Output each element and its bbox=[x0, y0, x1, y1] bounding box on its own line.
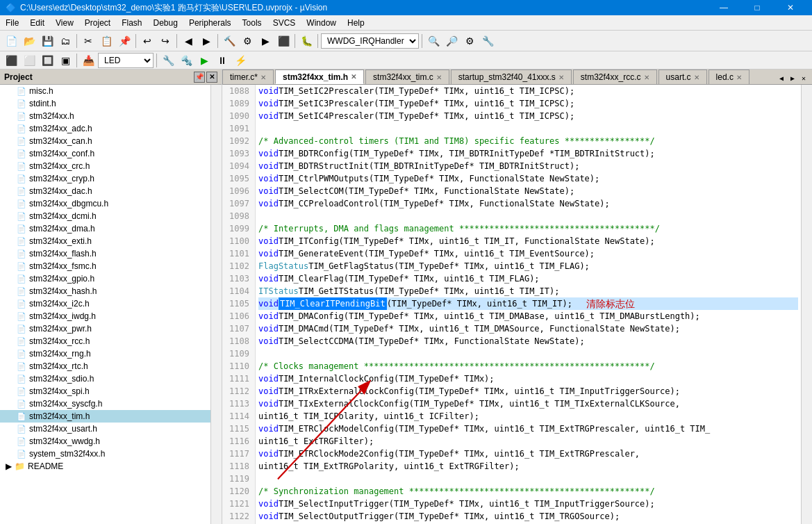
menu-debug[interactable]: Debug bbox=[148, 15, 183, 30]
tab-close-startup[interactable]: ✕ bbox=[558, 74, 564, 81]
tab-rcc[interactable]: stm32f4xx_rcc.c ✕ bbox=[573, 69, 657, 84]
code-line[interactable]: void TIM_SelectOutputTrigger(TIM_TypeDef… bbox=[258, 510, 798, 523]
project-scrollbar[interactable] bbox=[210, 85, 222, 524]
project-file-item[interactable]: 📄system_stm32f4xx.h bbox=[0, 448, 210, 460]
function-dropdown[interactable]: WWDG_IRQHandler bbox=[321, 33, 419, 49]
tab-stm32f4xx-tim-c[interactable]: stm32f4xx_tim.c ✕ bbox=[365, 69, 449, 84]
code-line[interactable]: void TIM_CtrlPWMOutputs(TIM_TypeDef* TIM… bbox=[258, 172, 798, 185]
code-line[interactable]: uint16_t TIM_ExtTRGPolarity, uint16_t Ex… bbox=[258, 460, 798, 473]
code-line[interactable]: void TIM_ETRClockModelConfig(TIM_TypeDef… bbox=[258, 423, 798, 435]
project-file-item[interactable]: 📄stm32f4xx.h bbox=[0, 110, 210, 122]
find-in-files-btn[interactable]: 🔎 bbox=[443, 33, 460, 49]
tool2-btn[interactable]: 🔧 bbox=[479, 33, 496, 49]
code-line[interactable]: void TIM_SetIC4Prescaler(TIM_TypeDef* TI… bbox=[258, 110, 798, 122]
tb2-btn3[interactable]: 🔲 bbox=[39, 52, 56, 69]
menu-window[interactable]: Window bbox=[301, 15, 342, 30]
menu-project[interactable]: Project bbox=[79, 15, 116, 30]
code-line[interactable]: ITStatus TIM_GetITStatus(TIM_TypeDef* TI… bbox=[258, 285, 798, 297]
project-file-item[interactable]: 📄stm32f4xx_crc.h bbox=[0, 160, 210, 172]
tb2-btn4[interactable]: ▣ bbox=[57, 52, 74, 69]
project-close-btn[interactable]: ✕ bbox=[206, 72, 217, 83]
code-line[interactable]: void TIM_ClearITPendingBit(TIM_TypeDef* … bbox=[258, 297, 798, 310]
menu-peripherals[interactable]: Peripherals bbox=[183, 15, 237, 30]
project-file-item[interactable]: 📄stm32f4xx_cryp.h bbox=[0, 172, 210, 185]
tab-close-all[interactable]: ✕ bbox=[798, 73, 809, 84]
code-line[interactable]: void TIM_DMACmd(TIM_TypeDef* TIMx, uint1… bbox=[258, 322, 798, 335]
code-line[interactable]: /* Synchronization management **********… bbox=[258, 485, 798, 498]
tb2-pause-btn[interactable]: ⏸ bbox=[214, 52, 231, 69]
project-file-item[interactable]: 📄stm32f4xx_fsmс.h bbox=[0, 260, 210, 272]
project-file-item[interactable]: 📄stm32f4xx_syscfg.h bbox=[0, 398, 210, 410]
code-line[interactable]: /* Clocks management *******************… bbox=[258, 360, 798, 372]
save-all-btn[interactable]: 🗂 bbox=[57, 33, 74, 49]
code-line[interactable]: void TIM_SetIC2Prescaler(TIM_TypeDef* TI… bbox=[258, 85, 798, 97]
menu-flash[interactable]: Flash bbox=[116, 15, 147, 30]
build-btn[interactable]: 🔨 bbox=[221, 33, 238, 49]
code-line[interactable]: void TIM_ETRClockMode2Config(TIM_TypeDef… bbox=[258, 448, 798, 460]
project-file-item[interactable]: 📄stm32f4xx_pwr.h bbox=[0, 322, 210, 335]
tb2-btn1[interactable]: ⬛ bbox=[3, 52, 19, 69]
menu-tools[interactable]: Tools bbox=[237, 15, 267, 30]
project-pin-btn[interactable]: 📌 bbox=[194, 72, 205, 83]
code-line[interactable]: void TIM_SelectCOM(TIM_TypeDef* TIMx, Fu… bbox=[258, 185, 798, 197]
code-line[interactable]: uint16_t ExtTRGFilter); bbox=[258, 435, 798, 448]
project-file-item[interactable]: 📄stm32f4xx_rcc.h bbox=[0, 335, 210, 347]
settings-btn[interactable]: ⚙ bbox=[461, 33, 478, 49]
tab-startup[interactable]: startup_stm32f40_41xxx.s ✕ bbox=[451, 69, 572, 84]
tab-close-rcc[interactable]: ✕ bbox=[644, 74, 649, 81]
redo-btn[interactable]: ↪ bbox=[157, 33, 174, 49]
save-btn[interactable]: 💾 bbox=[39, 33, 56, 49]
menu-help[interactable]: Help bbox=[342, 15, 370, 30]
project-file-item[interactable]: 📄stm32f4xx_spi.h bbox=[0, 385, 210, 398]
new-file-btn[interactable]: 📄 bbox=[3, 33, 19, 49]
project-file-item[interactable]: 📄stm32f4xx_can.h bbox=[0, 135, 210, 147]
code-line[interactable]: void TIM_SelectInputTrigger(TIM_TypeDef*… bbox=[258, 498, 798, 510]
tb2-chip-btn[interactable]: 🔩 bbox=[178, 52, 194, 69]
tab-timer-c[interactable]: timer.c* ✕ bbox=[222, 69, 274, 84]
project-file-item[interactable]: 📄stm32f4xx_conf.h bbox=[0, 147, 210, 160]
rebuild-btn[interactable]: ⚙ bbox=[239, 33, 256, 49]
code-line[interactable] bbox=[258, 210, 798, 222]
tab-scroll-left[interactable]: ◀ bbox=[776, 73, 787, 84]
tab-scroll-right[interactable]: ▶ bbox=[787, 73, 798, 84]
tb2-load-btn[interactable]: 📥 bbox=[80, 52, 97, 69]
right-scrollbar[interactable] bbox=[801, 85, 812, 524]
maximize-button[interactable]: □ bbox=[741, 0, 773, 15]
code-line[interactable]: /* Advanced-control timers (TIM1 and TIM… bbox=[258, 135, 798, 147]
project-file-item[interactable]: 📄stm32f4xx_flash.h bbox=[0, 247, 210, 260]
code-line[interactable]: void TIM_TIxExternalClockConfig(TIM_Type… bbox=[258, 398, 798, 410]
tab-close-usart[interactable]: ✕ bbox=[694, 74, 699, 81]
tab-usart[interactable]: usart.c ✕ bbox=[658, 69, 707, 84]
menu-file[interactable]: File bbox=[0, 15, 24, 30]
tab-close-timer[interactable]: ✕ bbox=[260, 74, 266, 81]
code-line[interactable]: void TIM_CCPreloadControl(TIM_TypeDef* T… bbox=[258, 197, 798, 210]
code-line[interactable]: void TIM_ClearFlag(TIM_TypeDef* TIMx, ui… bbox=[258, 272, 798, 285]
code-line[interactable]: /* Interrupts, DMA and flags management … bbox=[258, 222, 798, 235]
project-file-item[interactable]: 📄stm32f4xx_dac.h bbox=[0, 185, 210, 197]
project-file-item[interactable]: 📄stm32f4xx_gpio.h bbox=[0, 272, 210, 285]
project-file-item[interactable]: 📄stm32f4xx_exti.h bbox=[0, 235, 210, 247]
compile-btn[interactable]: ▶ bbox=[257, 33, 274, 49]
project-file-item[interactable]: 📄stm32f4xx_wwdg.h bbox=[0, 435, 210, 448]
stop-btn[interactable]: ⬛ bbox=[275, 33, 292, 49]
cut-btn[interactable]: ✂ bbox=[80, 33, 97, 49]
code-line[interactable]: void TIM_SetIC3Prescaler(TIM_TypeDef* TI… bbox=[258, 97, 798, 110]
search-btn[interactable]: 🔍 bbox=[425, 33, 442, 49]
tb2-btn2[interactable]: ⬜ bbox=[21, 52, 38, 69]
code-line[interactable]: FlagStatus TIM_GetFlagStatus(TIM_TypeDef… bbox=[258, 260, 798, 272]
copy-btn[interactable]: 📋 bbox=[98, 33, 115, 49]
minimize-button[interactable]: — bbox=[708, 0, 740, 15]
project-file-item[interactable]: 📄stm32f4xx_rng.h bbox=[0, 347, 210, 360]
code-line[interactable]: void TIM_BDTRStructInit(TIM_BDTRInitType… bbox=[258, 160, 798, 172]
project-file-item[interactable]: 📄stm32f4xx_tim.h bbox=[0, 410, 210, 423]
project-file-item[interactable]: 📄misc.h bbox=[0, 85, 210, 97]
project-file-item[interactable]: 📄stm32f4xx_hash.h bbox=[0, 285, 210, 297]
project-file-item[interactable]: 📄stm32f4xx_dbgmcu.h bbox=[0, 197, 210, 210]
code-line[interactable]: void TIM_GenerateEvent(TIM_TypeDef* TIMx… bbox=[258, 247, 798, 260]
project-file-item[interactable]: 📄stdint.h bbox=[0, 97, 210, 110]
tab-led[interactable]: led.c ✕ bbox=[709, 69, 749, 84]
project-file-item[interactable]: 📄stm32f4xx_dcmi.h bbox=[0, 210, 210, 222]
tab-close-tim-c[interactable]: ✕ bbox=[436, 74, 442, 81]
debug-btn[interactable]: 🐛 bbox=[298, 33, 315, 49]
project-file-item[interactable]: 📄stm32f4xx_sdio.h bbox=[0, 372, 210, 385]
